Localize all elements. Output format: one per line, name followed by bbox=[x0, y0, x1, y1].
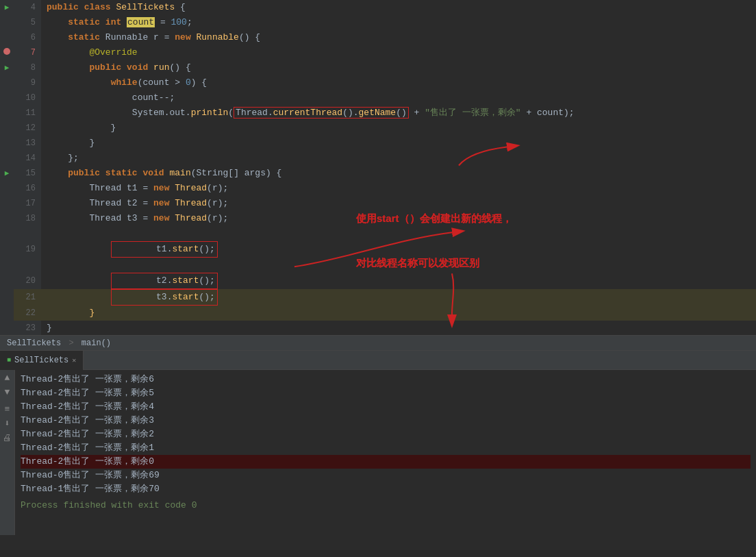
code-content-19: t1.start(); bbox=[41, 226, 756, 273]
line-num-23: 23 bbox=[14, 321, 41, 336]
run-icon-15[interactable]: ▶ bbox=[5, 169, 10, 177]
code-content-14: }; bbox=[41, 151, 756, 166]
line-num-22: 22 bbox=[14, 306, 41, 321]
code-content-12: } bbox=[41, 121, 756, 136]
console-tab-icon: ■ bbox=[7, 356, 11, 364]
line-num-7: 7 bbox=[14, 45, 41, 60]
code-line-8: ▶ 8 public void run() { bbox=[0, 60, 756, 75]
line-num-10: 10 bbox=[14, 90, 41, 106]
scroll-down-icon[interactable]: ▼ bbox=[5, 387, 10, 398]
code-content-9: while(count > 0) { bbox=[41, 75, 756, 90]
code-content-16: Thread t1 = new Thread(r); bbox=[41, 181, 756, 196]
code-line-13: 13 } bbox=[0, 136, 756, 151]
line-num-5: 5 bbox=[14, 15, 41, 30]
process-finished-line: Process finished with exit code 0 bbox=[21, 499, 751, 512]
run-gutter-18 bbox=[0, 211, 14, 226]
line-num-18: 18 bbox=[14, 211, 41, 226]
code-line-23: 23 } bbox=[0, 321, 756, 336]
console-line-6: Thread-2售出了 一张票，剩余1 bbox=[21, 441, 751, 455]
code-content-23: } bbox=[41, 321, 756, 336]
line-num-12: 12 bbox=[14, 121, 41, 136]
code-content-6: static Runnable r = new Runnable() { bbox=[41, 30, 756, 45]
code-content-10: count--; bbox=[41, 90, 756, 106]
console-line-7: Thread-2售出了 一张票，剩余0 bbox=[21, 455, 751, 469]
download-icon[interactable]: ⬇ bbox=[5, 419, 10, 430]
run-gutter-11 bbox=[0, 106, 14, 121]
run-gutter-6 bbox=[0, 30, 14, 45]
filter-icon[interactable]: ≡ bbox=[5, 404, 10, 415]
code-line-18: 18 Thread t3 = new Thread(r); bbox=[0, 211, 756, 226]
console-line-1: Thread-2售出了 一张票，剩余6 bbox=[21, 373, 751, 386]
line-num-8: 8 bbox=[14, 60, 41, 75]
console-line-4: Thread-2售出了 一张票，剩余3 bbox=[21, 414, 751, 428]
run-gutter-4[interactable]: ▶ bbox=[0, 0, 14, 15]
run-icon-4[interactable]: ▶ bbox=[5, 3, 10, 12]
console-line-8: Thread-0售出了 一张票，剩余69 bbox=[21, 469, 751, 482]
code-content-18: Thread t3 = new Thread(r); bbox=[41, 211, 756, 226]
code-content-5: static int count = 100; bbox=[41, 15, 756, 30]
run-icon-8[interactable]: ▶ bbox=[5, 64, 10, 72]
editor-area: ▶ 4 public class SellTickets { 5 static … bbox=[0, 0, 756, 351]
code-line-22: 22 } bbox=[0, 306, 756, 321]
breakpoint-7[interactable] bbox=[3, 48, 10, 55]
run-gutter-20 bbox=[0, 273, 14, 289]
code-line-10: 10 count--; bbox=[0, 90, 756, 106]
run-gutter-5 bbox=[0, 15, 14, 30]
run-gutter-13 bbox=[0, 136, 14, 151]
line-num-9: 9 bbox=[14, 75, 41, 90]
console-line-9: Thread-1售出了 一张票，剩余70 bbox=[21, 482, 751, 496]
run-gutter-17 bbox=[0, 196, 14, 211]
code-table: ▶ 4 public class SellTickets { 5 static … bbox=[0, 0, 756, 336]
console-sidebar: ▲ ▼ ≡ ⬇ 🖨 bbox=[0, 370, 15, 535]
run-gutter-22 bbox=[0, 306, 14, 321]
code-line-19: 19 t1.start(); bbox=[0, 226, 756, 273]
scroll-up-icon[interactable]: ▲ bbox=[5, 373, 10, 384]
code-line-16: 16 Thread t1 = new Thread(r); bbox=[0, 181, 756, 196]
line-num-21: 21 bbox=[14, 289, 41, 306]
code-line-14: 14 }; bbox=[0, 151, 756, 166]
line-num-15: 15 bbox=[14, 166, 41, 181]
code-line-20: 20 t2.start(); bbox=[0, 273, 756, 289]
run-gutter-9 bbox=[0, 75, 14, 90]
line-num-11: 11 bbox=[14, 106, 41, 121]
line-num-14: 14 bbox=[14, 151, 41, 166]
code-line-17: 17 Thread t2 = new Thread(r); bbox=[0, 196, 756, 211]
console-line-3: Thread-2售出了 一张票，剩余4 bbox=[21, 400, 751, 414]
run-gutter-12 bbox=[0, 121, 14, 136]
code-line-5: 5 static int count = 100; bbox=[0, 15, 756, 30]
code-content-8: public void run() { bbox=[41, 60, 756, 75]
code-line-12: 12 } bbox=[0, 121, 756, 136]
code-content-7: @Override bbox=[41, 45, 756, 60]
line-num-17: 17 bbox=[14, 196, 41, 211]
console-tab-selltickets[interactable]: ■ SellTickets ✕ bbox=[0, 351, 84, 370]
code-line-11: 11 System.out.println(Thread.currentThre… bbox=[0, 106, 756, 121]
console-area: ■ SellTickets ✕ ▲ ▼ ≡ ⬇ 🖨 Thread-2售出了 一张… bbox=[0, 351, 756, 556]
code-line-6: 6 static Runnable r = new Runnable() { bbox=[0, 30, 756, 45]
line-num-4: 4 bbox=[14, 0, 41, 15]
code-line-9: 9 while(count > 0) { bbox=[0, 75, 756, 90]
breadcrumb-class: SellTickets bbox=[7, 338, 61, 348]
print-icon[interactable]: 🖨 bbox=[3, 433, 12, 444]
run-gutter-14 bbox=[0, 151, 14, 166]
console-line-5: Thread-2售出了 一张票，剩余2 bbox=[21, 428, 751, 441]
code-line-15: ▶ 15 public static void main(String[] ar… bbox=[0, 166, 756, 181]
code-line-7: 7 @Override bbox=[0, 45, 756, 60]
run-gutter-21 bbox=[0, 289, 14, 306]
run-gutter-23 bbox=[0, 321, 14, 336]
console-tab-close[interactable]: ✕ bbox=[72, 356, 76, 364]
console-tab-label: SellTickets bbox=[14, 356, 68, 365]
code-content-22: } bbox=[41, 306, 756, 321]
code-content-11: System.out.println(Thread.currentThread(… bbox=[41, 106, 756, 121]
run-gutter-19 bbox=[0, 226, 14, 273]
breadcrumb-separator: > bbox=[68, 338, 73, 348]
run-gutter-10 bbox=[0, 90, 14, 106]
code-content-4: public class SellTickets { bbox=[41, 0, 756, 15]
run-gutter-16 bbox=[0, 181, 14, 196]
code-editor[interactable]: ▶ 4 public class SellTickets { 5 static … bbox=[0, 0, 756, 336]
run-gutter-15[interactable]: ▶ bbox=[0, 166, 14, 181]
code-content-20: t2.start(); bbox=[41, 273, 756, 289]
run-gutter-7[interactable] bbox=[0, 45, 14, 60]
breadcrumb-bar: SellTickets > main() bbox=[0, 336, 756, 351]
line-num-20: 20 bbox=[14, 273, 41, 289]
run-gutter-8[interactable]: ▶ bbox=[0, 60, 14, 75]
